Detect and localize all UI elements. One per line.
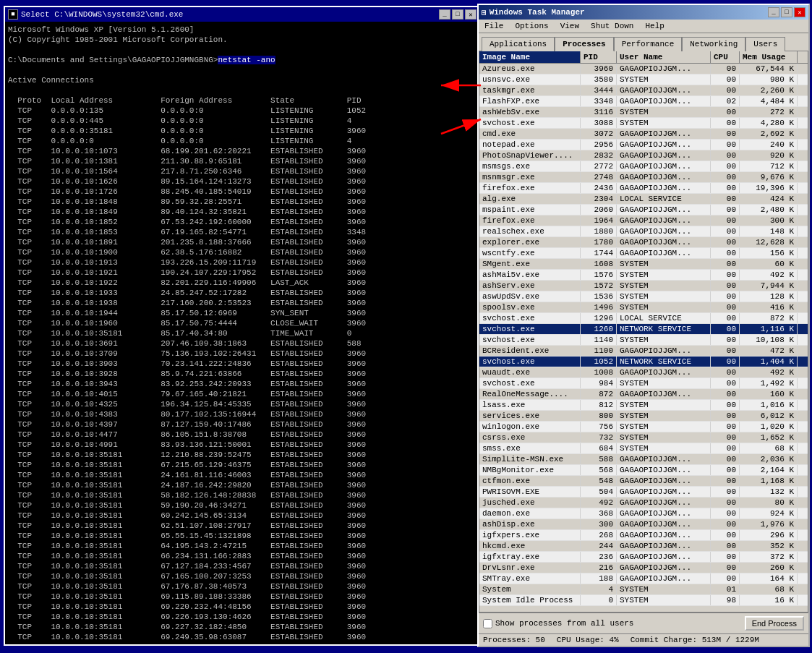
menu-help[interactable]: Help: [642, 21, 667, 31]
table-row[interactable]: msnmsgr.exe 2748 GAGAOPIOJJGM... 00 9,67…: [479, 172, 808, 183]
table-row[interactable]: smss.exe 684 SYSTEM 00 68 K: [479, 443, 808, 454]
table-row[interactable]: RealOneMessage.... 872 GAGAOPIOJJGM... 0…: [479, 389, 808, 400]
cell-user: GAGAOPIOJJGM...: [617, 140, 711, 150]
table-row[interactable]: SimplLite-MSN.exe 588 GAGAOPIOJJGM... 00…: [479, 454, 808, 465]
table-row[interactable]: mspaint.exe 2060 GAGAOPIOJJGM... 00 2,48…: [479, 205, 808, 215]
cell-mem: 6,012 K: [740, 411, 798, 421]
table-row[interactable]: ashWebSv.exe 3116 SYSTEM 00 272 K: [479, 107, 808, 118]
cell-image-name: jusched.exe: [479, 498, 581, 508]
show-all-checkbox[interactable]: [483, 619, 492, 628]
table-row[interactable]: cmd.exe 3072 GAGAOPIOJJGM... 00 2,692 K: [479, 129, 808, 140]
table-row[interactable]: ashDisp.exe 300 GAGAOPIOJJGM... 00 1,976…: [479, 519, 808, 530]
cell-mem: 164 K: [740, 573, 798, 584]
tm-close-button[interactable]: ✕: [794, 7, 805, 17]
col-pid[interactable]: PID: [581, 51, 617, 63]
table-row[interactable]: firefox.exe 2436 GAGAOPIOJJGM... 00 19,3…: [479, 183, 808, 194]
cmd-restore-button[interactable]: □: [452, 9, 463, 20]
cell-mem: 4,280 K: [740, 118, 798, 128]
cell-cpu: 00: [711, 400, 740, 410]
table-row[interactable]: notepad.exe 2956 GAGAOPIOJJGM... 00 240 …: [479, 140, 808, 150]
table-row[interactable]: aswUpdSv.exe 1536 SYSTEM 00 128 K: [479, 291, 808, 302]
cell-cpu: 00: [711, 118, 740, 128]
table-row[interactable]: svchost.exe 3088 SYSTEM 00 4,280 K: [479, 118, 808, 129]
table-row[interactable]: PWRISOVM.EXE 504 GAGAOPIOJJGM... 00 132 …: [479, 487, 808, 498]
menu-shutdown[interactable]: Shut Down: [588, 21, 636, 31]
table-row[interactable]: firefox.exe 1964 GAGAOPIOJJGM... 00 300 …: [479, 215, 808, 226]
table-row[interactable]: lsass.exe 812 SYSTEM 00 1,016 K: [479, 400, 808, 411]
cell-cpu: 00: [711, 378, 740, 388]
table-row[interactable]: wscntfy.exe 1744 GAGAOPIOJJGM... 00 156 …: [479, 248, 808, 259]
cell-image-name: ctfmon.exe: [479, 476, 581, 486]
tm-minimize-button[interactable]: _: [768, 7, 779, 17]
table-row[interactable]: services.exe 800 SYSTEM 00 6,012 K: [479, 411, 808, 422]
table-row[interactable]: SMTray.exe 188 GAGAOPIOJJGM... 00 164 K: [479, 573, 808, 584]
table-row[interactable]: igfxtray.exe 236 GAGAOPIOJJGM... 00 372 …: [479, 552, 808, 563]
table-row[interactable]: usnsvc.exe 3580 SYSTEM 00 980 K: [479, 74, 808, 85]
table-row[interactable]: svchost.exe 1296 LOCAL SERVICE 00 872 K: [479, 313, 808, 324]
table-row[interactable]: SMgent.exe 1608 SYSTEM 00 60 K: [479, 259, 808, 270]
cell-user: GAGAOPIOJJGM...: [617, 465, 711, 475]
tab-performance[interactable]: Performance: [614, 37, 683, 51]
table-row[interactable]: svchost.exe 1260 NETWORK SERVICE 00 1,11…: [479, 324, 808, 335]
table-row[interactable]: wuaudt.exe 1008 GAGAOPIOJJGM... 00 492 K: [479, 367, 808, 378]
menu-options[interactable]: Options: [512, 21, 551, 31]
table-row[interactable]: taskmgr.exe 3444 GAGAOPIOJJGM... 00 2,26…: [479, 85, 808, 96]
tm-footer: Show processes from all users End Proces…: [479, 613, 808, 633]
table-row[interactable]: ctfmon.exe 548 GAGAOPIOJJGM... 00 1,168 …: [479, 476, 808, 487]
cmd-close-button[interactable]: ✕: [465, 9, 476, 20]
col-user-name[interactable]: User Name: [617, 51, 711, 63]
end-process-button[interactable]: End Process: [745, 616, 804, 631]
col-mem-usage[interactable]: Mem Usage: [740, 51, 798, 63]
tm-table-body[interactable]: Azureus.exe 3960 GAGAOPIOJJGM... 00 67,5…: [479, 64, 808, 612]
cell-pid: 368: [581, 508, 617, 518]
cmd-title: Select C:\WINDOWS\system32\cmd.exe: [21, 10, 183, 19]
cmd-minimize-button[interactable]: _: [439, 9, 450, 20]
table-row[interactable]: PhotoSnapViewer.... 2832 GAGAOPIOJJGM...…: [479, 150, 808, 161]
table-row[interactable]: daemon.exe 368 GAGAOPIOJJGM... 00 924 K: [479, 508, 808, 519]
cell-cpu: 00: [711, 205, 740, 215]
table-row[interactable]: NMBgMonitor.exe 568 GAGAOPIOJJGM... 00 2…: [479, 465, 808, 476]
table-row[interactable]: FlashFXP.exe 3348 GAGAOPIOJJGM... 02 4,4…: [479, 96, 808, 107]
cell-pid: 1140: [581, 335, 617, 345]
tab-users[interactable]: Users: [745, 37, 785, 51]
table-row[interactable]: winlogon.exe 756 SYSTEM 00 1,020 K: [479, 422, 808, 432]
table-row[interactable]: hkcmd.exe 244 GAGAOPIOJJGM... 00 352 K: [479, 541, 808, 552]
col-cpu[interactable]: CPU: [711, 51, 740, 63]
cell-pid: 1008: [581, 367, 617, 377]
table-row[interactable]: alg.exe 2304 LOCAL SERVICE 00 424 K: [479, 194, 808, 205]
cell-image-name: PhotoSnapViewer....: [479, 150, 581, 161]
menu-view[interactable]: View: [557, 21, 582, 31]
table-row[interactable]: msmsgs.exe 2772 GAGAOPIOJJGM... 00 712 K: [479, 161, 808, 172]
cell-image-name: Azureus.exe: [479, 64, 581, 74]
cell-image-name: igfxtray.exe: [479, 552, 581, 562]
table-row[interactable]: svchost.exe 1140 SYSTEM 00 10,108 K: [479, 335, 808, 346]
cell-pid: 188: [581, 573, 617, 584]
table-row[interactable]: Azureus.exe 3960 GAGAOPIOJJGM... 00 67,5…: [479, 64, 808, 74]
table-row[interactable]: ashServ.exe 1572 SYSTEM 00 7,944 K: [479, 281, 808, 291]
table-row[interactable]: ashMai5v.exe 1576 SYSTEM 00 492 K: [479, 270, 808, 281]
table-row[interactable]: BCResident.exe 1100 GAGAOPIOJJGM... 00 4…: [479, 346, 808, 357]
status-processes: Processes: 50: [483, 636, 545, 644]
table-row[interactable]: igfxpers.exe 268 GAGAOPIOJJGM... 00 296 …: [479, 530, 808, 541]
table-row[interactable]: explorer.exe 1780 GAGAOPIOJJGM... 00 12,…: [479, 237, 808, 248]
tab-networking[interactable]: Networking: [682, 37, 745, 51]
table-row[interactable]: System 4 SYSTEM 01 68 K: [479, 584, 808, 595]
tab-processes[interactable]: Processes: [555, 37, 613, 51]
cell-pid: 756: [581, 422, 617, 432]
cell-mem: 1,492 K: [740, 378, 798, 388]
cell-image-name: daemon.exe: [479, 508, 581, 518]
table-row[interactable]: svchost.exe 1052 NETWORK SERVICE 00 1,40…: [479, 357, 808, 367]
tab-applications[interactable]: Applications: [482, 37, 555, 51]
cell-image-name: BCResident.exe: [479, 346, 581, 356]
col-image-name[interactable]: Image Name: [479, 51, 581, 63]
table-row[interactable]: System Idle Process 0 SYSTEM 98 16 K: [479, 595, 808, 606]
taskmanager-window: ⊞ Windows Task Manager _ □ ✕ File Option…: [477, 4, 810, 647]
table-row[interactable]: DrvLsnr.exe 216 GAGAOPIOJJGM... 00 260 K: [479, 563, 808, 573]
menu-file[interactable]: File: [482, 21, 506, 31]
table-row[interactable]: spoolsv.exe 1496 SYSTEM 00 416 K: [479, 302, 808, 313]
table-row[interactable]: svchost.exe 984 SYSTEM 00 1,492 K: [479, 378, 808, 389]
table-row[interactable]: realschex.exe 1880 GAGAOPIOJJGM... 00 14…: [479, 226, 808, 237]
tm-restore-button[interactable]: □: [781, 7, 792, 17]
table-row[interactable]: jusched.exe 492 GAGAOPIOJJGM... 00 80 K: [479, 498, 808, 508]
table-row[interactable]: csrss.exe 732 SYSTEM 00 1,652 K: [479, 432, 808, 443]
